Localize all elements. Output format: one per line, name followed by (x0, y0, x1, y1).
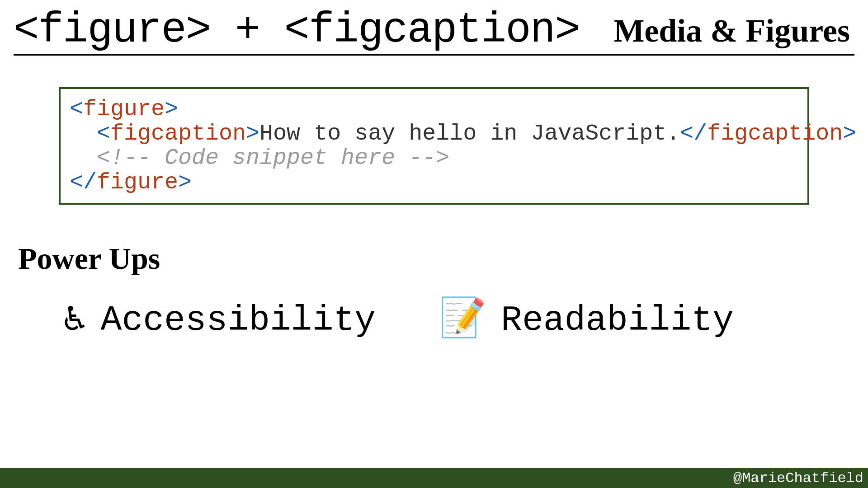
code-example: <figure> <figcaption>How to say hello in… (59, 87, 809, 205)
code-tagname: figure (97, 169, 178, 195)
accessibility-icon: ♿ (63, 301, 86, 339)
slide: <figure> + <figcaption> Media & Figures … (0, 0, 868, 488)
slide-header: <figure> + <figcaption> Media & Figures (14, 9, 854, 56)
code-bracket: </ (70, 169, 97, 195)
code-text: How to say hello in JavaScript. (259, 121, 680, 146)
section-title-powerups: Power Ups (18, 241, 854, 277)
powerup-accessibility: ♿ Accessibility (63, 301, 376, 339)
code-indent (70, 121, 97, 146)
slide-subtitle: Media & Figures (613, 14, 854, 47)
slide-title: <figure> + <figcaption> (14, 9, 579, 52)
memo-icon: 📝 (439, 301, 486, 339)
code-indent (70, 145, 97, 171)
code-tagname: figure (83, 96, 165, 122)
code-tagname: figcaption (707, 121, 843, 146)
powerups-list: ♿ Accessibility 📝 Readability (14, 301, 854, 339)
code-bracket: </ (680, 121, 707, 146)
code-bracket: > (165, 96, 178, 122)
powerup-readability: 📝 Readability (439, 301, 734, 339)
powerup-label: Readability (501, 303, 734, 338)
footer-bar: @MarieChatfield (0, 468, 868, 488)
code-bracket: < (97, 121, 110, 146)
code-bracket: > (843, 121, 856, 146)
code-tagname: figcaption (110, 121, 246, 146)
code-bracket: > (178, 169, 192, 195)
code-comment: <!-- Code snippet here --> (97, 145, 449, 171)
code-bracket: < (70, 96, 83, 122)
author-handle: @MarieChatfield (733, 470, 863, 487)
code-bracket: > (246, 121, 259, 146)
powerup-label: Accessibility (101, 303, 376, 338)
